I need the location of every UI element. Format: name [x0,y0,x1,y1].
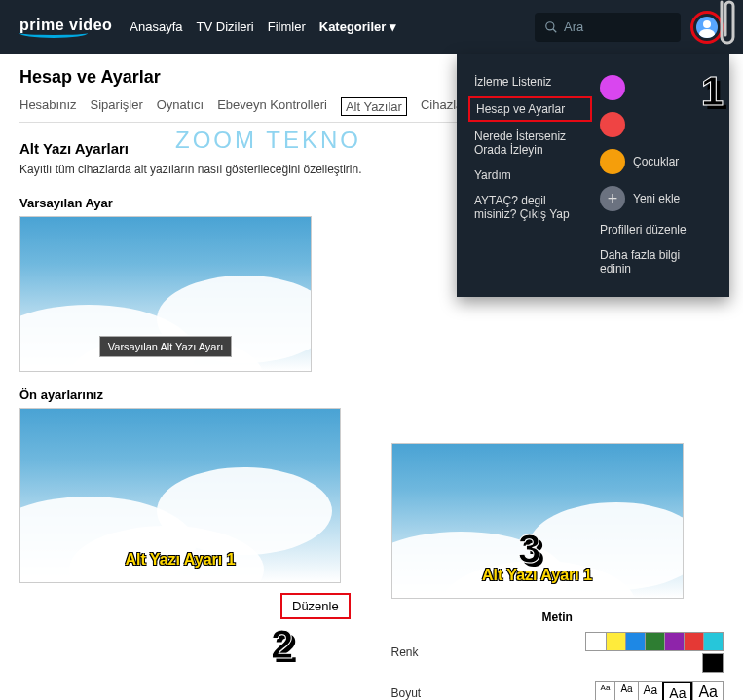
color-blue[interactable] [625,633,645,650]
presets-label: Ön ayarlarınız [19,387,353,402]
profile-2[interactable] [600,106,712,143]
nav-movies[interactable]: Filmler [268,19,306,34]
nav-tv[interactable]: TV Dizileri [197,19,254,34]
profile-dropdown: İzleme Listeniz Hesap ve Ayarlar Nerede … [457,54,729,297]
dd-edit-profiles[interactable]: Profilleri düzenle [600,217,712,242]
dd-learn-more[interactable]: Daha fazla bilgi edinin [600,242,712,281]
annotation-marker-2: 2 [271,621,293,668]
color-purple[interactable] [664,633,684,650]
default-preview[interactable]: Varsayılan Alt Yazı Ayarı [19,216,312,372]
tab-parental[interactable]: Ebeveyn Kontrolleri [217,97,327,116]
size-5[interactable]: Aa [692,682,723,700]
search-placeholder: Ara [564,19,583,34]
controls-header: Metin [391,610,724,624]
paperclip-decoration [718,0,737,51]
color-red[interactable] [684,633,703,650]
profile-dot-icon [600,149,625,174]
size-2[interactable]: Aa [614,682,637,700]
subtitle-controls: Metin Renk [391,610,724,700]
logo[interactable]: prime video [19,17,130,38]
annotation-marker-1: 1 [701,68,724,115]
profile-dot-icon [600,112,625,137]
preset1-preview-left[interactable]: Alt Yazı Ayarı 1 [19,408,341,583]
profile-add-new[interactable]: +Yeni ekle [600,180,712,217]
plus-icon: + [600,186,625,211]
preset1-preview-right[interactable]: Alt Yazı Ayarı 1 [391,443,684,599]
size-1[interactable]: Aa [596,682,615,700]
svg-point-0 [546,21,554,29]
dd-watch-anywhere[interactable]: Nerede İsterseniz Orada İzleyin [474,124,586,163]
color-yellow[interactable] [606,633,625,650]
color-swatches [585,632,724,651]
search-box[interactable]: Ara [535,13,681,42]
dd-signout[interactable]: AYTAÇ? degil misiniz? Çıkış Yap [474,188,586,227]
svg-line-1 [553,28,557,32]
size-label: Boyut [391,686,469,700]
profile-dot-icon [600,75,625,100]
annotation-marker-3: 3 [518,526,540,572]
color-black[interactable] [703,654,723,672]
preset1-caption: Alt Yazı Ayarı 1 [125,551,235,569]
profile-avatar-icon[interactable] [696,17,718,38]
color-white[interactable] [586,633,606,650]
nav-home[interactable]: Anasayfa [130,19,182,34]
default-caption: Varsayılan Alt Yazı Ayarı [99,336,232,357]
color-label: Renk [391,645,469,659]
profile-1[interactable] [600,69,712,106]
nav-categories[interactable]: Kategoriler ▾ [319,19,396,34]
size-4[interactable]: Aa [662,682,692,700]
size-options: Aa Aa Aa Aa Aa [595,681,724,700]
chevron-down-icon: ▾ [390,19,396,34]
dd-help[interactable]: Yardım [474,163,586,188]
size-3[interactable]: Aa [638,682,663,700]
color-cyan[interactable] [703,633,723,650]
tab-player[interactable]: Oynatıcı [157,97,204,116]
search-icon [544,20,558,34]
color-green[interactable] [645,633,664,650]
profile-kids[interactable]: Çocuklar [600,143,712,180]
dd-watchlist[interactable]: İzleme Listeniz [474,69,586,94]
tab-subtitles[interactable]: Alt Yazılar [341,97,407,116]
default-setting-label: Varsayılan Ayar [19,196,353,210]
dd-account-settings[interactable]: Hesap ve Ayarlar [468,96,592,122]
tab-orders[interactable]: Siparişler [91,97,143,116]
top-nav: Anasayfa TV Dizileri Filmler Kategoriler… [130,19,396,34]
header-bar: prime video Anasayfa TV Dizileri Filmler… [0,0,743,54]
tab-account[interactable]: Hesabınız [19,97,77,116]
edit-button[interactable]: Düzenle [280,593,351,619]
